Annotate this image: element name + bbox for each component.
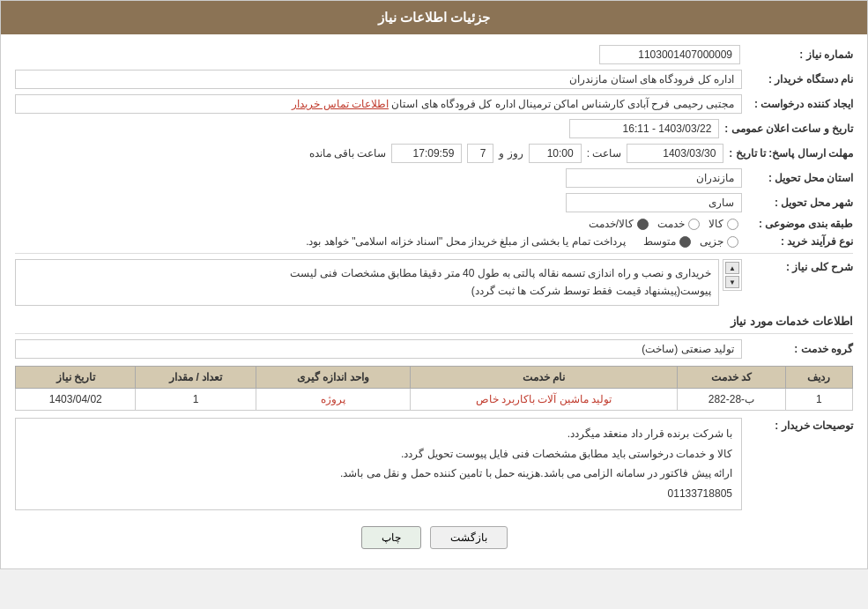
services-section-header: اطلاعات خدمات مورد نیاز (15, 315, 853, 328)
buyer-org-row: نام دستگاه خریدار : اداره کل فرودگاه های… (15, 70, 853, 89)
cell-date: 1403/04/02 (16, 388, 136, 410)
scroll-arrows: ▲ ▼ (723, 259, 742, 291)
category-option-kala: کالا (708, 218, 738, 230)
province-label: استان محل تحویل : (747, 172, 853, 184)
datetime-row: تاریخ و ساعت اعلان عمومی : 1403/03/22 - … (15, 119, 853, 138)
col-header-qty: تعداد / مقدار (136, 366, 256, 388)
buyer-org-value: اداره کل فرودگاه های استان مازندران (15, 70, 742, 89)
notes-line: 01133718805 (25, 484, 732, 504)
request-number-row: شماره نیاز : 1103001407000009 (15, 45, 853, 64)
notes-label: توصیحات خریدار : (747, 420, 853, 432)
service-group-row: گروه خدمت : تولید صنعتی (ساخت) (15, 339, 853, 359)
description-box: خریداری و نصب و راه اندازی تسمه نقاله پا… (15, 259, 719, 306)
notes-line: با شرکت برنده قرار داد منعقد میگردد. (25, 424, 732, 444)
notes-line: ارائه پیش فاکتور در سامانه الزامی می باش… (25, 464, 732, 484)
province-value: مازندران (566, 168, 742, 188)
description-line1: خریداری و نصب و راه اندازی تسمه نقاله پا… (23, 264, 711, 282)
col-header-name: نام خدمت (410, 366, 677, 388)
process-radio-motavasset (679, 236, 691, 248)
col-header-row: ردیف (785, 366, 852, 388)
button-row: بازگشت چاپ (15, 517, 853, 558)
deadline-days-label: روز و (499, 147, 523, 160)
category-option-kala-khadamat: کالا/خدمت (589, 218, 649, 230)
requester-value: مجتبی رحیمی فرح آبادی کارشناس اماکن ترمی… (15, 94, 742, 114)
notes-line: کالا و خدمات درخواستی باید مطابق مشخصات … (25, 444, 732, 464)
requester-label: ایجاد کننده درخواست : (747, 98, 853, 110)
category-radio-kala (727, 219, 738, 230)
city-value: ساری (566, 193, 742, 212)
process-type-row: نوع فرآیند خرید : جزیی متوسط پرداخت تمام… (15, 235, 853, 248)
process-label-motavasset: متوسط (643, 235, 676, 248)
request-number-value: 1103001407000009 (599, 45, 740, 64)
category-label-khadamat: خدمت (657, 218, 685, 230)
category-label-kala: کالا (708, 218, 723, 230)
service-group-label: گروه خدمت : (747, 343, 853, 355)
requester-row: ایجاد کننده درخواست : مجتبی رحیمی فرح آب… (15, 94, 853, 114)
process-option-jozi: جزیی (700, 235, 738, 248)
city-label: شهر محل تحویل : (747, 197, 853, 209)
scroll-up-btn[interactable]: ▲ (725, 262, 739, 274)
services-table: ردیف کد خدمت نام خدمت واحد اندازه گیری ت… (15, 366, 853, 411)
datetime-value: 1403/03/22 - 16:11 (569, 119, 719, 138)
deadline-date: 1403/03/30 (627, 144, 723, 163)
category-option-khadamat: خدمت (657, 218, 700, 230)
deadline-time-label: ساعت : (587, 147, 622, 160)
page-title-text: جزئیات اطلاعات نیاز (378, 10, 490, 25)
province-row: استان محل تحویل : مازندران (15, 168, 853, 188)
page-wrapper: جزئیات اطلاعات نیاز شماره نیاز : 1103001… (0, 0, 868, 569)
main-content: شماره نیاز : 1103001407000009 نام دستگاه… (1, 34, 867, 568)
process-option-motavasset: متوسط (643, 235, 691, 248)
notes-box: با شرکت برنده قرار داد منعقد میگردد.کالا… (15, 418, 742, 510)
col-header-date: تاریخ نیاز (16, 366, 136, 388)
process-type-label: نوع فرآیند خرید : (747, 235, 853, 248)
deadline-remaining-label: ساعت باقی مانده (309, 147, 387, 160)
datetime-label: تاریخ و ساعت اعلان عمومی : (724, 123, 853, 135)
buyer-org-label: نام دستگاه خریدار : (747, 73, 853, 85)
table-row: 1 ب-28-282 تولید ماشین آلات باکاربرد خاص… (16, 388, 853, 410)
service-group-value: تولید صنعتی (ساخت) (15, 339, 742, 359)
cell-qty: 1 (136, 388, 256, 410)
request-number-label: شماره نیاز : (747, 48, 853, 61)
cell-name: تولید ماشین آلات باکاربرد خاص (410, 388, 677, 410)
deadline-remaining: 17:09:59 (391, 144, 462, 163)
category-row: طبقه بندی موضوعی : کالا خدمت کالا/خدمت (15, 218, 853, 230)
page-title: جزئیات اطلاعات نیاز (1, 1, 867, 34)
cell-unit: پروژه (256, 388, 410, 410)
col-header-code: کد خدمت (677, 366, 785, 388)
deadline-time: 10:00 (529, 144, 582, 163)
city-row: شهر محل تحویل : ساری (15, 193, 853, 212)
category-radio-khadamat (688, 219, 700, 230)
description-line2: پیوست(پیشنهاد قیمت فقط توسط شرکت ها ثبت … (23, 282, 711, 300)
description-container: شرح کلی نیاز : ▲ ▼ خریداری و نصب و راه ا… (15, 259, 853, 306)
requester-contact-link[interactable]: اطلاعات تماس خریدار (292, 98, 389, 110)
category-radio-kala-khadamat (637, 219, 649, 230)
back-button[interactable]: بازگشت (430, 526, 508, 549)
cell-row: 1 (785, 388, 852, 410)
requester-text: مجتبی رحیمی فرح آبادی کارشناس اماکن ترمی… (389, 98, 734, 110)
deadline-days: 7 (467, 144, 493, 163)
category-label: طبقه بندی موضوعی : (747, 218, 853, 230)
deadline-label: مهلت ارسال پاسخ: تا تاریخ : (729, 147, 853, 160)
deadline-row: مهلت ارسال پاسخ: تا تاریخ : 1403/03/30 س… (15, 144, 853, 163)
col-header-unit: واحد اندازه گیری (256, 366, 410, 388)
print-button[interactable]: چاپ (361, 526, 421, 549)
description-label: شرح کلی نیاز : (747, 261, 853, 273)
category-label-kala-khadamat: کالا/خدمت (589, 218, 634, 230)
cell-code: ب-28-282 (677, 388, 785, 410)
process-radio-jozi (727, 236, 738, 248)
notes-container: توصیحات خریدار : با شرکت برنده قرار داد … (15, 418, 853, 510)
scroll-down-btn[interactable]: ▼ (725, 276, 739, 288)
process-label-jozi: جزیی (700, 235, 723, 248)
process-note: پرداخت تمام یا بخشی از مبلغ خریداز محل "… (306, 235, 626, 248)
